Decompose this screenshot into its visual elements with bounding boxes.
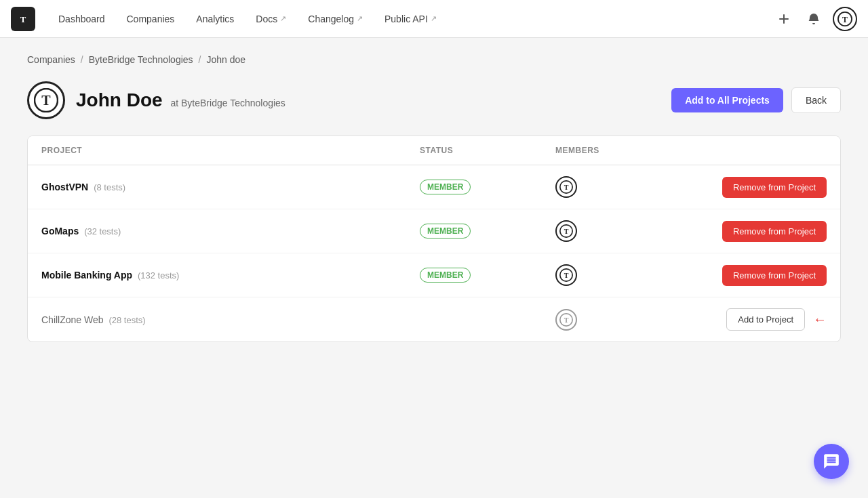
table-row: ChillZone Web (28 tests) T Add to Projec… <box>28 297 840 341</box>
breadcrumb-current: John doe <box>206 54 245 65</box>
project-name: Mobile Banking App <box>41 270 132 281</box>
company-logo: T <box>27 81 65 119</box>
page-title-group: John Doe at ByteBridge Technologies <box>76 89 285 111</box>
app-logo[interactable]: T <box>11 7 35 31</box>
navbar: T Dashboard Companies Analytics Docs↗ Ch… <box>0 0 868 38</box>
svg-text:T: T <box>564 272 569 279</box>
nav-links: Dashboard Companies Analytics Docs↗ Chan… <box>49 8 773 30</box>
table-row: Mobile Banking App (132 tests) MEMBER T … <box>28 253 840 297</box>
breadcrumb-sep-1: / <box>81 54 83 65</box>
back-button[interactable]: Back <box>791 87 841 113</box>
main-content: Companies / ByteBridge Technologies / Jo… <box>0 38 868 358</box>
user-avatar[interactable]: T <box>833 7 857 31</box>
action-cell: Remove from Project <box>691 177 827 198</box>
status-badge: MEMBER <box>420 224 471 238</box>
svg-text:T: T <box>564 228 569 235</box>
members-cell: T <box>555 309 691 331</box>
project-name: ChillZone Web <box>41 314 104 325</box>
status-cell: MEMBER <box>420 180 555 194</box>
nav-docs[interactable]: Docs↗ <box>246 8 296 30</box>
action-cell: Remove from Project <box>691 221 827 242</box>
breadcrumb-companies[interactable]: Companies <box>27 54 75 65</box>
col-action <box>691 146 827 155</box>
external-link-icon: ↗ <box>280 14 286 23</box>
nav-dashboard[interactable]: Dashboard <box>49 8 115 30</box>
project-name-cell: Mobile Banking App (132 tests) <box>41 270 420 281</box>
page-header-right: Add to All Projects Back <box>671 87 841 113</box>
breadcrumb: Companies / ByteBridge Technologies / Jo… <box>27 54 841 65</box>
svg-text:T: T <box>564 184 569 191</box>
page-title: John Doe <box>76 89 163 110</box>
add-button[interactable] <box>773 8 795 30</box>
project-name-cell: GhostVPN (8 tests) <box>41 182 420 192</box>
action-cell: Remove from Project <box>691 265 827 286</box>
table-row: GoMaps (32 tests) MEMBER T Remove from P… <box>28 209 840 253</box>
members-cell: T <box>555 264 691 286</box>
members-cell: T <box>555 220 691 242</box>
remove-from-project-button[interactable]: Remove from Project <box>722 221 827 242</box>
breadcrumb-sep-2: / <box>199 54 201 65</box>
table-row: GhostVPN (8 tests) MEMBER T Remove from … <box>28 165 840 209</box>
status-badge: MEMBER <box>420 180 471 194</box>
svg-text:T: T <box>564 316 569 324</box>
action-cell: Add to Project ← <box>691 308 827 331</box>
status-cell: MEMBER <box>420 268 555 283</box>
notifications-button[interactable] <box>803 8 825 30</box>
test-count: (8 tests) <box>94 182 125 192</box>
page-header-left: T John Doe at ByteBridge Technologies <box>27 81 285 119</box>
svg-text:T: T <box>41 93 51 108</box>
member-avatar: T <box>555 264 577 286</box>
page-header: T John Doe at ByteBridge Technologies Ad… <box>27 81 841 119</box>
col-project: PROJECT <box>41 146 420 155</box>
table-header: PROJECT STATUS MEMBERS <box>28 136 840 165</box>
members-cell: T <box>555 176 691 198</box>
test-count: (132 tests) <box>138 270 179 281</box>
remove-from-project-button[interactable]: Remove from Project <box>722 177 827 198</box>
status-badge: MEMBER <box>420 268 471 283</box>
col-status: STATUS <box>420 146 555 155</box>
nav-analytics[interactable]: Analytics <box>186 8 243 30</box>
project-name-cell: GoMaps (32 tests) <box>41 226 420 236</box>
member-avatar: T <box>555 309 577 331</box>
nav-companies[interactable]: Companies <box>117 8 184 30</box>
nav-public-api[interactable]: Public API↗ <box>375 8 446 30</box>
member-avatar: T <box>555 176 577 198</box>
projects-table: PROJECT STATUS MEMBERS GhostVPN (8 tests… <box>27 136 841 342</box>
project-name-cell: ChillZone Web (28 tests) <box>41 314 420 325</box>
remove-from-project-button[interactable]: Remove from Project <box>722 265 827 286</box>
test-count: (32 tests) <box>84 226 121 236</box>
add-to-all-projects-button[interactable]: Add to All Projects <box>671 88 783 112</box>
arrow-indicator: ← <box>813 312 827 327</box>
breadcrumb-bytebridge[interactable]: ByteBridge Technologies <box>89 54 193 65</box>
svg-text:T: T <box>20 14 26 24</box>
navbar-right: T <box>773 7 857 31</box>
member-avatar: T <box>555 220 577 242</box>
project-name: GhostVPN <box>41 182 88 192</box>
nav-changelog[interactable]: Changelog↗ <box>298 8 372 30</box>
project-name: GoMaps <box>41 226 79 236</box>
test-count: (28 tests) <box>108 315 145 325</box>
col-members: MEMBERS <box>555 146 691 155</box>
svg-text:T: T <box>842 14 848 24</box>
page-subtitle: at ByteBridge Technologies <box>170 98 285 108</box>
external-link-icon: ↗ <box>357 14 363 23</box>
add-to-project-button[interactable]: Add to Project <box>726 308 805 331</box>
external-link-icon: ↗ <box>431 14 437 23</box>
status-cell: MEMBER <box>420 224 555 238</box>
